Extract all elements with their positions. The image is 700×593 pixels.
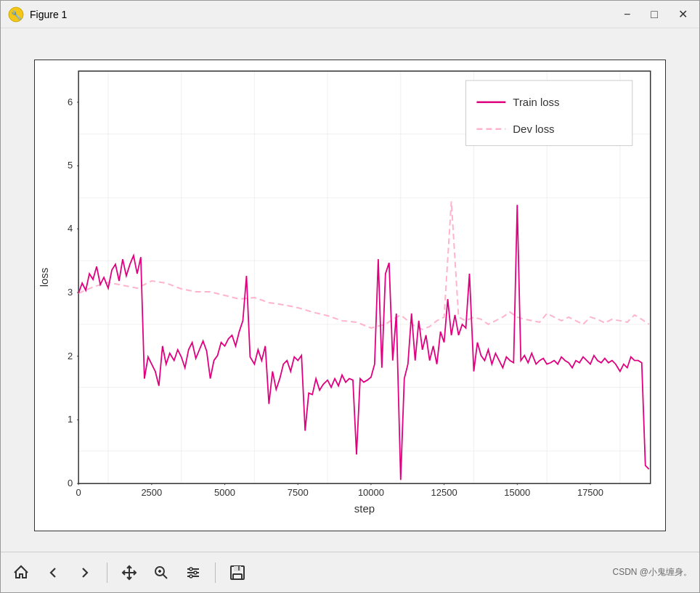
dev-loss-line <box>78 201 649 329</box>
maximize-button[interactable]: □ <box>646 7 662 22</box>
x-tick-17500: 17500 <box>577 487 603 498</box>
x-tick-0: 0 <box>76 487 81 498</box>
close-button[interactable]: ✕ <box>674 7 692 22</box>
zoom-button[interactable] <box>148 560 174 586</box>
back-button[interactable] <box>40 560 66 586</box>
legend-dev-label: Dev loss <box>513 123 554 135</box>
y-tick-2: 2 <box>68 351 73 361</box>
window-title: Figure 1 <box>30 9 619 20</box>
x-tick-5000: 5000 <box>214 487 235 498</box>
minimize-button[interactable]: − <box>619 7 635 22</box>
forward-button[interactable] <box>72 560 98 586</box>
y-tick-1: 1 <box>68 414 73 425</box>
svg-point-44 <box>190 575 192 578</box>
home-button[interactable] <box>8 560 34 586</box>
x-tick-12500: 12500 <box>431 487 457 498</box>
toolbar-separator-1 <box>107 563 107 583</box>
toolbar-separator-2 <box>215 563 216 583</box>
main-window: 🔧 Figure 1 − □ ✕ <box>0 0 700 593</box>
y-tick-3: 3 <box>68 287 73 298</box>
app-icon: 🔧 <box>8 7 24 23</box>
x-tick-2500: 2500 <box>141 487 162 498</box>
svg-rect-47 <box>233 574 242 579</box>
toolbar: CSDN @小鬼缠身。 <box>1 552 699 592</box>
legend-train-label: Train loss <box>513 96 559 108</box>
chart-svg: 0 1 2 3 4 5 6 <box>35 60 665 531</box>
x-tick-7500: 7500 <box>288 487 309 498</box>
y-tick-5: 5 <box>68 160 73 171</box>
svg-point-43 <box>194 571 197 574</box>
svg-text:🔧: 🔧 <box>11 9 22 20</box>
title-bar: 🔧 Figure 1 − □ ✕ <box>1 1 699 28</box>
watermark: CSDN @小鬼缠身。 <box>612 566 692 578</box>
pan-button[interactable] <box>116 560 142 586</box>
content-area: 0 1 2 3 4 5 6 <box>1 28 699 552</box>
train-loss-line <box>78 205 649 480</box>
x-tick-10000: 10000 <box>358 487 384 498</box>
y-tick-0: 0 <box>68 478 73 488</box>
x-tick-15000: 15000 <box>504 487 530 498</box>
chart-container: 0 1 2 3 4 5 6 <box>34 60 666 531</box>
svg-rect-46 <box>234 566 241 571</box>
save-button[interactable] <box>224 560 251 586</box>
x-axis-label: step <box>354 502 375 515</box>
toolbar-left <box>8 560 251 586</box>
svg-line-36 <box>163 574 168 578</box>
configure-button[interactable] <box>180 560 206 586</box>
svg-point-42 <box>190 568 192 570</box>
window-controls: − □ ✕ <box>619 7 692 22</box>
y-axis-label: loss <box>38 268 50 287</box>
y-tick-6: 6 <box>68 97 73 107</box>
y-tick-4: 4 <box>68 223 73 234</box>
legend-box <box>466 81 632 146</box>
